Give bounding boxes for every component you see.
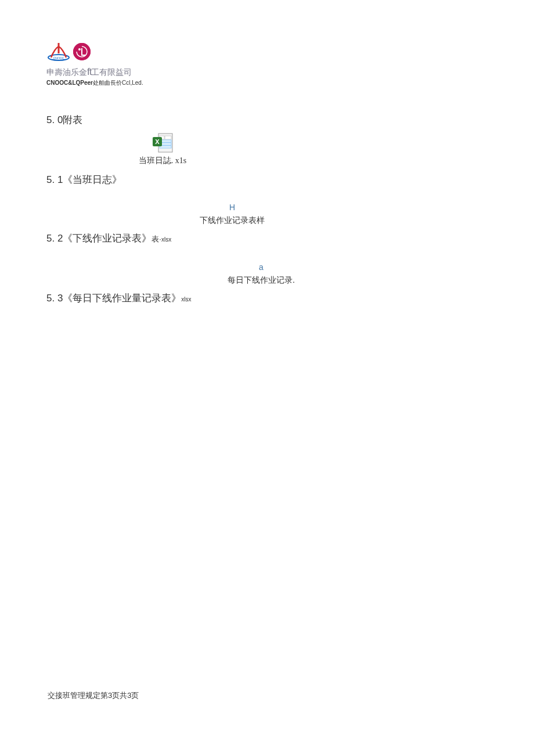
section-5-3-number: 5. 3	[46, 293, 63, 304]
company-cn-suffix: 工有限益司	[91, 67, 132, 77]
svg-point-4	[78, 48, 81, 51]
section-5-2-number: 5. 2	[46, 233, 63, 244]
section-5-1-number: 5. 1	[46, 174, 63, 185]
svg-text:CNOOC: CNOOC	[53, 56, 64, 60]
section-5-3: 5. 3《每日下线作业量记录表》xlsx	[46, 291, 488, 305]
lg-logo-icon	[73, 43, 91, 60]
section-5-3-title: 《每日下线作业量记录表》	[63, 293, 181, 304]
section-5-0-number: 5. 0	[46, 114, 63, 125]
letter-h: H	[46, 203, 418, 212]
company-cn-prefix: 申壽油乐金	[46, 67, 87, 77]
attachment-1: X 当班日誌. x1s	[46, 132, 488, 166]
document-content: 5. 0附表 X 当班日誌. x1s 5. 1《当班日志》 H 下线作业记录表样…	[46, 113, 488, 305]
cnooc-logo-icon: CNOOC	[46, 42, 71, 62]
svg-text:X: X	[155, 138, 160, 145]
excel-file-icon: X	[151, 132, 174, 153]
company-name-en: CNOOC&LQPeer处舶曲長价Ccl,Led.	[46, 79, 143, 87]
svg-rect-7	[165, 136, 171, 139]
sub-a-label: 每日下线作业记录.	[46, 275, 476, 286]
section-5-1: 5. 1《当班日志》	[46, 173, 488, 186]
sub-h-label: 下线作业记录表样	[46, 215, 418, 226]
section-5-2-title: 《下线作业记录表》	[63, 233, 151, 244]
svg-rect-1	[58, 43, 60, 53]
section-5-2-ext: xlsx	[161, 236, 171, 243]
letter-a: a	[46, 262, 476, 272]
section-5-0: 5. 0附表	[46, 113, 488, 127]
page-footer: 交接班管理规定第3页共3页	[48, 690, 139, 701]
section-5-3-ext: xlsx	[181, 296, 191, 303]
section-5-0-title: 附表	[63, 114, 82, 125]
section-5-2-suffix: 表·	[151, 235, 161, 243]
section-5-1-title: 《当班日志》	[63, 174, 122, 185]
logo-row: CNOOC	[46, 42, 143, 62]
document-header: CNOOC 申壽油乐金ft工有限益司 CNOOC&LQPeer处舶曲長价Ccl,…	[46, 42, 143, 87]
section-5-2: 5. 2《下线作业记录表》表·xlsx	[46, 232, 488, 245]
attachment-1-filename: 当班日誌. x1s	[46, 156, 279, 166]
company-en-rest: 处舶曲長价Ccl,Led.	[93, 80, 143, 86]
company-name-cn: 申壽油乐金ft工有限益司	[46, 66, 143, 78]
attachment-1-wrapper: X 当班日誌. x1s	[46, 132, 279, 166]
company-en-bold: CNOOC&LQPeer	[46, 80, 93, 86]
